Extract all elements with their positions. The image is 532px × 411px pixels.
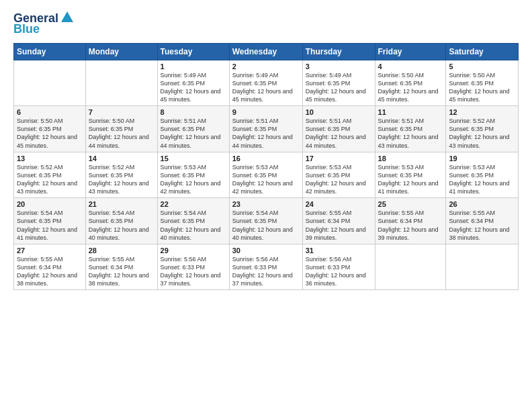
day-number: 8 bbox=[161, 108, 226, 116]
calendar-cell: 15Sunrise: 5:53 AM Sunset: 6:35 PM Dayli… bbox=[157, 152, 229, 198]
day-info: Sunrise: 5:51 AM Sunset: 6:35 PM Dayligh… bbox=[306, 117, 372, 150]
day-info: Sunrise: 5:55 AM Sunset: 6:34 PM Dayligh… bbox=[306, 209, 372, 242]
calendar-week-1: 1Sunrise: 5:49 AM Sunset: 6:35 PM Daylig… bbox=[14, 60, 519, 106]
day-number: 26 bbox=[449, 200, 515, 208]
calendar-cell: 7Sunrise: 5:50 AM Sunset: 6:35 PM Daylig… bbox=[85, 106, 157, 152]
col-header-friday: Friday bbox=[375, 43, 446, 60]
day-info: Sunrise: 5:56 AM Sunset: 6:33 PM Dayligh… bbox=[232, 255, 300, 288]
col-header-sunday: Sunday bbox=[14, 43, 86, 60]
day-info: Sunrise: 5:52 AM Sunset: 6:35 PM Dayligh… bbox=[449, 117, 515, 150]
calendar-cell: 30Sunrise: 5:56 AM Sunset: 6:33 PM Dayli… bbox=[229, 244, 302, 290]
calendar-cell: 24Sunrise: 5:55 AM Sunset: 6:34 PM Dayli… bbox=[302, 198, 375, 244]
day-number: 14 bbox=[89, 154, 154, 163]
calendar-cell: 26Sunrise: 5:55 AM Sunset: 6:34 PM Dayli… bbox=[446, 198, 519, 244]
calendar-cell: 29Sunrise: 5:56 AM Sunset: 6:33 PM Dayli… bbox=[157, 244, 229, 290]
calendar-cell: 16Sunrise: 5:53 AM Sunset: 6:35 PM Dayli… bbox=[229, 152, 302, 198]
calendar-cell: 22Sunrise: 5:54 AM Sunset: 6:35 PM Dayli… bbox=[157, 198, 229, 244]
day-number: 11 bbox=[378, 108, 443, 116]
day-number: 20 bbox=[17, 200, 83, 208]
calendar-cell: 21Sunrise: 5:54 AM Sunset: 6:35 PM Dayli… bbox=[85, 198, 157, 244]
day-info: Sunrise: 5:51 AM Sunset: 6:35 PM Dayligh… bbox=[232, 117, 300, 150]
calendar-cell bbox=[14, 60, 86, 106]
day-number: 28 bbox=[89, 246, 154, 255]
calendar-cell: 13Sunrise: 5:52 AM Sunset: 6:35 PM Dayli… bbox=[14, 152, 86, 198]
day-number: 25 bbox=[378, 200, 443, 208]
calendar-cell: 11Sunrise: 5:51 AM Sunset: 6:35 PM Dayli… bbox=[375, 106, 446, 152]
day-info: Sunrise: 5:52 AM Sunset: 6:35 PM Dayligh… bbox=[17, 163, 83, 196]
calendar-cell: 3Sunrise: 5:49 AM Sunset: 6:35 PM Daylig… bbox=[302, 60, 375, 106]
day-info: Sunrise: 5:55 AM Sunset: 6:34 PM Dayligh… bbox=[89, 255, 154, 288]
day-info: Sunrise: 5:49 AM Sunset: 6:35 PM Dayligh… bbox=[161, 71, 226, 104]
day-info: Sunrise: 5:50 AM Sunset: 6:35 PM Dayligh… bbox=[449, 71, 515, 104]
calendar-cell: 25Sunrise: 5:55 AM Sunset: 6:34 PM Dayli… bbox=[375, 198, 446, 244]
day-info: Sunrise: 5:53 AM Sunset: 6:35 PM Dayligh… bbox=[378, 163, 443, 196]
day-number: 2 bbox=[232, 62, 300, 71]
day-number: 13 bbox=[17, 154, 83, 163]
header: General Blue bbox=[13, 12, 519, 36]
calendar-cell: 1Sunrise: 5:49 AM Sunset: 6:35 PM Daylig… bbox=[157, 60, 229, 106]
day-info: Sunrise: 5:55 AM Sunset: 6:34 PM Dayligh… bbox=[449, 209, 515, 242]
calendar-header-row: SundayMondayTuesdayWednesdayThursdayFrid… bbox=[14, 43, 519, 60]
day-number: 23 bbox=[232, 200, 300, 208]
calendar-cell: 2Sunrise: 5:49 AM Sunset: 6:35 PM Daylig… bbox=[229, 60, 302, 106]
day-info: Sunrise: 5:50 AM Sunset: 6:35 PM Dayligh… bbox=[89, 117, 154, 150]
calendar-cell: 23Sunrise: 5:54 AM Sunset: 6:35 PM Dayli… bbox=[229, 198, 302, 244]
day-number: 4 bbox=[378, 62, 443, 71]
day-number: 7 bbox=[89, 108, 154, 116]
day-info: Sunrise: 5:51 AM Sunset: 6:35 PM Dayligh… bbox=[161, 117, 226, 150]
day-number: 6 bbox=[17, 108, 83, 116]
day-info: Sunrise: 5:53 AM Sunset: 6:35 PM Dayligh… bbox=[161, 163, 226, 196]
calendar-cell: 10Sunrise: 5:51 AM Sunset: 6:35 PM Dayli… bbox=[302, 106, 375, 152]
calendar-cell: 9Sunrise: 5:51 AM Sunset: 6:35 PM Daylig… bbox=[229, 106, 302, 152]
calendar-cell: 14Sunrise: 5:52 AM Sunset: 6:35 PM Dayli… bbox=[85, 152, 157, 198]
day-info: Sunrise: 5:55 AM Sunset: 6:34 PM Dayligh… bbox=[17, 255, 83, 288]
calendar-table: SundayMondayTuesdayWednesdayThursdayFrid… bbox=[13, 43, 519, 291]
day-info: Sunrise: 5:50 AM Sunset: 6:35 PM Dayligh… bbox=[378, 71, 443, 104]
page: General Blue SundayMondayTuesdayWednesda… bbox=[0, 0, 532, 411]
day-number: 19 bbox=[449, 154, 515, 163]
day-number: 17 bbox=[306, 154, 372, 163]
day-number: 5 bbox=[449, 62, 515, 71]
calendar-cell: 20Sunrise: 5:54 AM Sunset: 6:35 PM Dayli… bbox=[14, 198, 86, 244]
day-info: Sunrise: 5:54 AM Sunset: 6:35 PM Dayligh… bbox=[89, 209, 154, 242]
day-info: Sunrise: 5:53 AM Sunset: 6:35 PM Dayligh… bbox=[232, 163, 300, 196]
calendar-week-5: 27Sunrise: 5:55 AM Sunset: 6:34 PM Dayli… bbox=[14, 244, 519, 290]
day-info: Sunrise: 5:54 AM Sunset: 6:35 PM Dayligh… bbox=[232, 209, 300, 242]
day-info: Sunrise: 5:52 AM Sunset: 6:35 PM Dayligh… bbox=[89, 163, 154, 196]
calendar-cell: 4Sunrise: 5:50 AM Sunset: 6:35 PM Daylig… bbox=[375, 60, 446, 106]
calendar-cell: 6Sunrise: 5:50 AM Sunset: 6:35 PM Daylig… bbox=[14, 106, 86, 152]
day-number: 16 bbox=[232, 154, 300, 163]
calendar-cell: 27Sunrise: 5:55 AM Sunset: 6:34 PM Dayli… bbox=[14, 244, 86, 290]
day-info: Sunrise: 5:54 AM Sunset: 6:35 PM Dayligh… bbox=[161, 209, 226, 242]
calendar-cell: 8Sunrise: 5:51 AM Sunset: 6:35 PM Daylig… bbox=[157, 106, 229, 152]
day-number: 12 bbox=[449, 108, 515, 116]
calendar-cell: 12Sunrise: 5:52 AM Sunset: 6:35 PM Dayli… bbox=[446, 106, 519, 152]
day-info: Sunrise: 5:55 AM Sunset: 6:34 PM Dayligh… bbox=[378, 209, 443, 242]
calendar-week-4: 20Sunrise: 5:54 AM Sunset: 6:35 PM Dayli… bbox=[14, 198, 519, 244]
calendar-cell: 18Sunrise: 5:53 AM Sunset: 6:35 PM Dayli… bbox=[375, 152, 446, 198]
day-info: Sunrise: 5:56 AM Sunset: 6:33 PM Dayligh… bbox=[161, 255, 226, 288]
day-info: Sunrise: 5:53 AM Sunset: 6:35 PM Dayligh… bbox=[306, 163, 372, 196]
calendar-cell bbox=[375, 244, 446, 290]
day-info: Sunrise: 5:54 AM Sunset: 6:35 PM Dayligh… bbox=[17, 209, 83, 242]
calendar-cell bbox=[85, 60, 157, 106]
day-number: 31 bbox=[306, 246, 372, 255]
calendar-cell: 31Sunrise: 5:56 AM Sunset: 6:33 PM Dayli… bbox=[302, 244, 375, 290]
day-number: 30 bbox=[232, 246, 300, 255]
day-info: Sunrise: 5:50 AM Sunset: 6:35 PM Dayligh… bbox=[17, 117, 83, 150]
day-info: Sunrise: 5:49 AM Sunset: 6:35 PM Dayligh… bbox=[232, 71, 300, 104]
col-header-monday: Monday bbox=[85, 43, 157, 60]
calendar-cell: 17Sunrise: 5:53 AM Sunset: 6:35 PM Dayli… bbox=[302, 152, 375, 198]
day-number: 3 bbox=[306, 62, 372, 71]
day-number: 9 bbox=[232, 108, 300, 116]
svg-marker-0 bbox=[61, 11, 73, 22]
calendar-cell bbox=[446, 244, 519, 290]
day-info: Sunrise: 5:53 AM Sunset: 6:35 PM Dayligh… bbox=[449, 163, 515, 196]
col-header-tuesday: Tuesday bbox=[157, 43, 229, 60]
calendar-week-3: 13Sunrise: 5:52 AM Sunset: 6:35 PM Dayli… bbox=[14, 152, 519, 198]
calendar-cell: 28Sunrise: 5:55 AM Sunset: 6:34 PM Dayli… bbox=[85, 244, 157, 290]
day-number: 21 bbox=[89, 200, 154, 208]
day-info: Sunrise: 5:51 AM Sunset: 6:35 PM Dayligh… bbox=[378, 117, 443, 150]
day-number: 15 bbox=[161, 154, 226, 163]
logo-blue: Blue bbox=[13, 23, 40, 36]
